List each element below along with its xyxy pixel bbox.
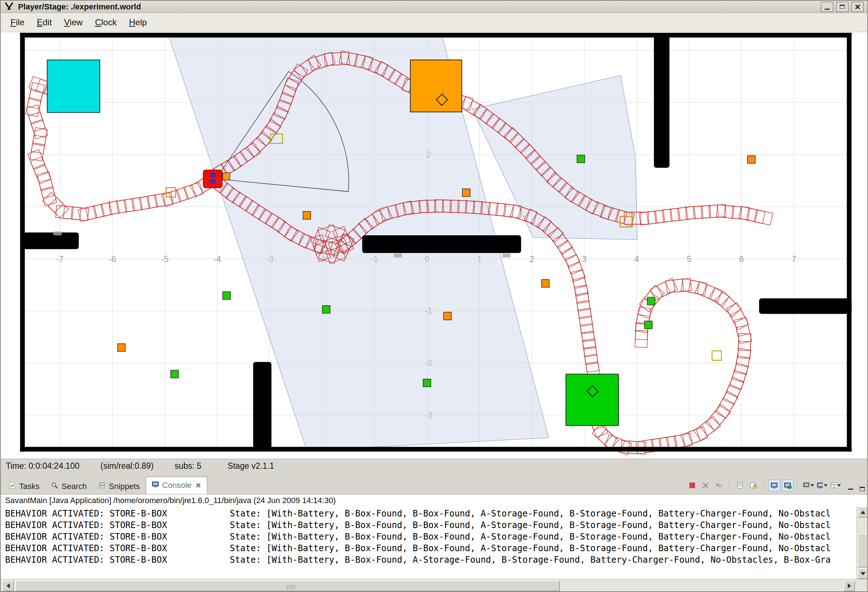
- console-output[interactable]: BEHAVIOR ACTIVATED: STORE-B-BOX State: […: [1, 507, 856, 579]
- tab-tasks[interactable]: Tasks: [3, 479, 45, 494]
- maximize-button[interactable]: [836, 2, 849, 12]
- search-icon: [51, 482, 58, 491]
- maximize-icon: [840, 5, 845, 9]
- svg-text:6: 6: [739, 255, 744, 264]
- svg-text:-7: -7: [56, 255, 63, 264]
- tab-label: Console: [162, 481, 192, 490]
- menu-bar: File Edit View Clock Help: [1, 13, 867, 32]
- remove-launch-button[interactable]: [700, 480, 712, 491]
- toolbar-separator: [729, 480, 730, 490]
- console-log-line: BEHAVIOR ACTIVATED: STORE-B-BOX State: […: [5, 542, 856, 554]
- thumb-grip: [287, 586, 288, 586]
- menu-file[interactable]: File: [4, 15, 31, 29]
- svg-text:-5: -5: [161, 255, 168, 264]
- remove-all-launches-button[interactable]: [713, 480, 725, 491]
- panel-divider[interactable]: [1, 473, 867, 476]
- console-toolbar: [686, 476, 844, 494]
- arrow-down-icon: [861, 572, 865, 575]
- vertical-scroll-thumb[interactable]: [858, 533, 868, 567]
- scroll-left-button[interactable]: [2, 580, 14, 591]
- view-menu-button[interactable]: [830, 480, 841, 491]
- svg-text:-4: -4: [214, 255, 221, 264]
- stage-version: Stage v2.1.1: [227, 461, 274, 471]
- menu-clock[interactable]: Clock: [89, 15, 123, 29]
- console-tab-bar: Tasks Search Snippets Console: [1, 476, 867, 495]
- subs-count: subs: 5: [175, 461, 201, 471]
- show-when-stdout-changes-button[interactable]: [769, 480, 780, 491]
- title-bar: Player/Stage: ./experiment.world: [1, 1, 867, 13]
- clear-console-button[interactable]: [734, 480, 746, 491]
- tab-label: Snippets: [109, 482, 140, 491]
- sim-time: Time: 0:0:04:24.100: [6, 461, 80, 471]
- scroll-right-button[interactable]: [843, 580, 855, 591]
- pin-console-button[interactable]: [782, 480, 794, 491]
- dropdown-arrow-icon: [824, 484, 828, 486]
- console-vertical-scrollbar[interactable]: [856, 507, 868, 579]
- svg-text:2: 2: [530, 255, 534, 264]
- dropdown-arrow-icon: [837, 484, 841, 486]
- close-button[interactable]: [851, 2, 864, 12]
- minimize-button[interactable]: [821, 2, 833, 12]
- minimize-panel-icon: [848, 489, 853, 490]
- snippets-icon: [98, 482, 106, 491]
- svg-text:-6: -6: [109, 255, 116, 264]
- maximize-panel-button[interactable]: [857, 484, 867, 494]
- tab-snippets[interactable]: Snippets: [93, 479, 146, 494]
- terminate-button[interactable]: [686, 480, 698, 491]
- console-process-header: SavantMain [Java Application] /home/orom…: [1, 495, 868, 507]
- dropdown-arrow-icon: [810, 484, 814, 486]
- status-bar: Time: 0:0:04:24.100 (sim/real:0.89) subs…: [1, 459, 867, 473]
- tab-console[interactable]: Console: [146, 477, 208, 494]
- window-title: Player/Stage: ./experiment.world: [18, 2, 141, 12]
- console-log-line: BEHAVIOR ACTIVATED: STORE-B-BOX State: […: [5, 554, 856, 565]
- toolbar-separator: [798, 480, 799, 490]
- arrow-right-icon: [848, 583, 851, 588]
- minimize-icon: [825, 9, 830, 10]
- svg-text:7: 7: [792, 255, 796, 264]
- console-log-line: BEHAVIOR ACTIVATED: STORE-B-BOX State: […: [5, 508, 856, 519]
- horizontal-scroll-thumb[interactable]: [15, 580, 560, 591]
- svg-text:4: 4: [634, 255, 639, 264]
- x11-logo-icon: [4, 2, 14, 12]
- console-log-line: BEHAVIOR ACTIVATED: STORE-B-BOX State: […: [5, 531, 856, 542]
- scroll-down-button[interactable]: [858, 568, 868, 579]
- console-icon: [152, 481, 159, 490]
- console-tab-close-icon[interactable]: [195, 483, 201, 488]
- svg-text:3: 3: [582, 255, 587, 264]
- minimize-panel-button[interactable]: [846, 484, 856, 494]
- console-horizontal-scrollbar[interactable]: [1, 579, 868, 592]
- tab-label: Tasks: [19, 482, 40, 491]
- sim-real-ratio: (sim/real:0.89): [100, 461, 154, 471]
- tab-search[interactable]: Search: [45, 479, 93, 494]
- display-selected-console-button[interactable]: [816, 480, 828, 491]
- arrow-up-icon: [861, 511, 865, 514]
- svg-text:5: 5: [687, 255, 691, 264]
- menu-view[interactable]: View: [58, 15, 89, 29]
- open-console-button[interactable]: [803, 480, 815, 491]
- simulation-canvas[interactable]: -7-6-5-4-3-2-10123456721-1-2-3: [1, 32, 868, 459]
- arrow-left-icon: [6, 583, 10, 588]
- maximize-panel-icon: [860, 487, 865, 491]
- toolbar-separator: [763, 480, 764, 490]
- player-stage-window: Player/Stage: ./experiment.world File Ed…: [0, 0, 868, 592]
- tasks-icon: [9, 482, 16, 491]
- scroll-up-button[interactable]: [858, 507, 868, 518]
- tab-label: Search: [62, 482, 87, 491]
- close-icon: [855, 4, 861, 10]
- simulation-area: -7-6-5-4-3-2-10123456721-1-2-3: [1, 32, 868, 459]
- console-log-line: BEHAVIOR ACTIVATED: STORE-B-BOX State: […: [5, 519, 856, 531]
- menu-help[interactable]: Help: [123, 15, 153, 29]
- menu-edit[interactable]: Edit: [31, 15, 58, 29]
- scroll-lock-button[interactable]: [748, 480, 759, 491]
